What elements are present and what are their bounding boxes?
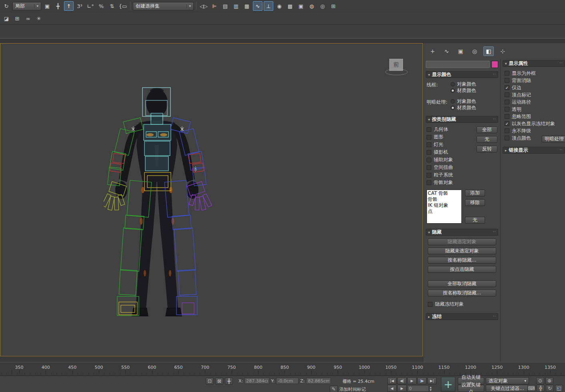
curve-editor-icon[interactable]: ∿: [253, 1, 262, 11]
hide-button[interactable]: 按点击隐藏: [428, 266, 496, 273]
playback-button[interactable]: |▶: [417, 377, 427, 384]
add-button[interactable]: 添加: [465, 190, 485, 196]
schematic-view-icon[interactable]: ⊥: [264, 1, 273, 11]
create-tab-icon[interactable]: +: [427, 46, 438, 56]
display-property-row[interactable]: 仅边: [505, 84, 564, 91]
container-icon[interactable]: ◪: [2, 14, 11, 24]
state-sets-icon[interactable]: ⊞: [329, 1, 338, 11]
list-item[interactable]: IK 链对象: [428, 202, 461, 208]
zoom-extents-icon[interactable]: ⊕: [545, 377, 553, 384]
select-and-rotate-icon[interactable]: ↻: [2, 1, 11, 11]
category-check-row[interactable]: 几何体: [427, 126, 473, 133]
ribbon-toggle-icon[interactable]: ▦: [242, 1, 252, 11]
hide-frozen-row[interactable]: 隐藏冻结对象: [428, 300, 496, 308]
motion-tab-icon[interactable]: ◎: [469, 46, 480, 56]
display-property-row[interactable]: 透明: [505, 106, 564, 113]
rollout-header-display-properties[interactable]: ▾ 显示属性: [503, 60, 565, 67]
hierarchy-tab-icon[interactable]: ▣: [455, 46, 466, 56]
category-check-row[interactable]: 灯光: [427, 141, 473, 148]
set-key-button[interactable]: 设置关键点: [458, 385, 484, 392]
keyboard-override-icon[interactable]: ↑: [64, 1, 74, 11]
radio-shaded-material-color[interactable]: 材质颜色: [451, 104, 497, 111]
radio-shaded-object-color[interactable]: 对象颜色: [451, 98, 497, 104]
zoom-icon[interactable]: ⊙: [536, 377, 544, 384]
rollout-header-freeze[interactable]: ▸ 冻结: [426, 313, 498, 320]
playback-button[interactable]: ▶: [407, 377, 417, 384]
selection-filter-dropdown[interactable]: 选定对象 ▾: [486, 377, 529, 384]
select-and-manipulate-icon[interactable]: ╋: [53, 1, 63, 11]
percent-snap-icon[interactable]: %: [96, 1, 106, 11]
transform-typein-icon[interactable]: ╋: [225, 378, 233, 385]
hide-button[interactable]: 按名称隐藏...: [428, 257, 496, 264]
category-check-row[interactable]: 图形: [427, 133, 473, 141]
category-exclude-list[interactable]: CAT 骨骼骨骼IK 链对象点: [427, 190, 462, 224]
rollout-header-link-display[interactable]: ▸ 链接显示: [503, 147, 565, 154]
y-coordinate-field[interactable]: [276, 378, 299, 384]
display-property-row[interactable]: 忽略范围: [505, 113, 564, 120]
display-property-row[interactable]: 以灰色显示冻结对象: [505, 120, 564, 127]
render-iterative-icon[interactable]: ◎: [318, 1, 327, 11]
category-check-row[interactable]: 粒子系统: [427, 171, 473, 179]
render-setup-icon[interactable]: ▩: [285, 1, 295, 11]
reference-coordinate-dropdown[interactable]: 局部 ▾: [12, 2, 41, 10]
list-none-button[interactable]: 无: [465, 217, 485, 224]
rollout-header-display-color[interactable]: ▾ 显示颜色: [426, 71, 498, 78]
next-frame-icon[interactable]: ▶: [397, 385, 407, 392]
tag-icon[interactable]: ✎: [330, 386, 338, 392]
hide-button[interactable]: 隐藏选定对象: [428, 238, 496, 245]
category-check-row[interactable]: 辅助对象: [427, 156, 473, 164]
spinner-snap-icon[interactable]: ⇅: [107, 1, 117, 11]
frame-spinner[interactable]: ▲▼: [430, 386, 432, 391]
use-pivot-center-icon[interactable]: ▣: [42, 1, 52, 11]
modify-tab-icon[interactable]: ∿: [441, 46, 452, 56]
keyboard-icon[interactable]: ⌨: [527, 385, 535, 392]
add-time-tag-label[interactable]: 添加时间标记: [339, 386, 366, 392]
mirror-icon[interactable]: ◁▷: [199, 1, 208, 11]
time-slider-strip[interactable]: [0, 356, 423, 362]
list-item[interactable]: 点: [428, 208, 461, 214]
create-key-button[interactable]: +: [441, 377, 455, 392]
display-property-row[interactable]: 顶点标记: [505, 91, 564, 98]
playback-button[interactable]: |◀: [387, 377, 397, 384]
object-name-field[interactable]: [426, 61, 490, 68]
add-container-icon[interactable]: ⊞: [12, 14, 22, 24]
radio-wireframe-material-color[interactable]: 材质颜色: [451, 87, 497, 94]
scene-explorer-icon[interactable]: ▥: [231, 1, 241, 11]
z-coordinate-field[interactable]: [306, 378, 331, 384]
list-item[interactable]: 骨骼: [428, 196, 461, 202]
display-tab-icon[interactable]: ◧: [483, 46, 494, 56]
hide-button[interactable]: 隐藏未选定对象: [428, 248, 496, 254]
remove-button[interactable]: 移除: [465, 199, 485, 206]
previous-frame-icon[interactable]: ◀: [387, 385, 397, 392]
snaps-toggle-icon[interactable]: 3³: [75, 1, 84, 11]
orbit-icon[interactable]: ↻: [546, 385, 554, 392]
rollout-header-hide[interactable]: ▾ 隐藏: [426, 229, 498, 236]
snowflake-icon[interactable]: ✳: [34, 14, 44, 24]
front-viewport[interactable]: 前: [0, 43, 423, 356]
all-button[interactable]: 全部: [477, 126, 497, 133]
category-check-row[interactable]: 空间扭曲: [427, 164, 473, 171]
key-filters-button[interactable]: 关键点过滤器...: [486, 385, 529, 392]
selection-lock-icon[interactable]: ⊠: [215, 378, 223, 385]
radio-wireframe-object-color[interactable]: 对象颜色: [451, 81, 497, 87]
x-coordinate-field[interactable]: [244, 378, 269, 384]
shaded-button[interactable]: 明暗处理: [542, 136, 565, 142]
display-property-row[interactable]: 永不降级: [505, 127, 564, 134]
hide-button[interactable]: 按名称取消隐藏...: [428, 290, 496, 296]
invert-button[interactable]: 反转: [477, 146, 497, 152]
material-editor-icon[interactable]: ◉: [274, 1, 284, 11]
rendered-frame-icon[interactable]: ▣: [296, 1, 306, 11]
maximize-viewport-icon[interactable]: ◱: [555, 385, 563, 392]
display-property-row[interactable]: 背面消隐: [505, 77, 564, 84]
utilities-tab-icon[interactable]: ⊹: [497, 46, 508, 56]
hide-button[interactable]: 全部取消隐藏: [428, 280, 496, 287]
category-check-row[interactable]: 骨骼对象: [427, 179, 473, 186]
rollout-header-hide-by-category[interactable]: ▾ 按类别隐藏: [426, 116, 498, 123]
display-property-row[interactable]: 显示为外框: [505, 70, 564, 77]
align-icon[interactable]: ⊫: [210, 1, 219, 11]
angle-snap-icon[interactable]: ∟°: [86, 1, 95, 11]
layer-manager-icon[interactable]: ▤: [220, 1, 230, 11]
current-frame-field[interactable]: [407, 385, 429, 392]
display-property-row[interactable]: 运动路径: [505, 98, 564, 106]
pan-icon[interactable]: ╬: [537, 385, 545, 392]
